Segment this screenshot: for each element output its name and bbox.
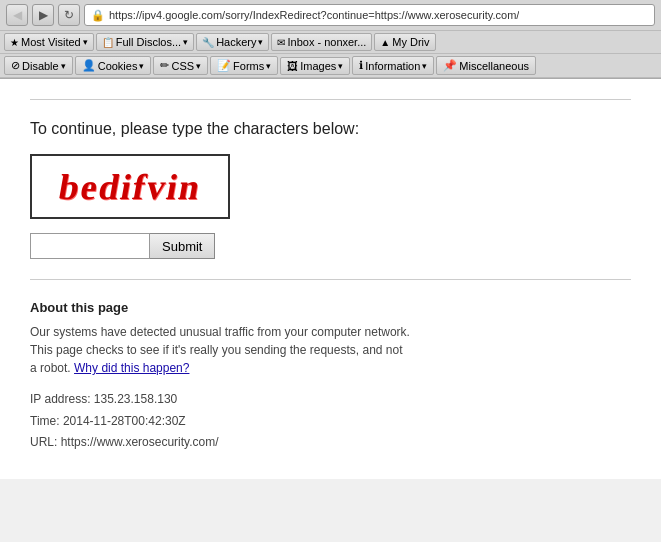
captcha-text: bedifvin [55, 166, 204, 208]
browser-chrome: ◀ ▶ ↻ 🔒 https://ipv4.google.com/sorry/In… [0, 0, 661, 79]
ip-row: IP address: 135.23.158.130 [30, 389, 631, 411]
captcha-image: bedifvin [30, 154, 230, 219]
url-value: https://www.xerosecurity.com/ [61, 435, 219, 449]
most-visited-chevron: ▾ [83, 37, 88, 47]
lock-icon: 🔒 [91, 9, 105, 22]
bookmark-hackery[interactable]: 🔧 Hackery ▾ [196, 33, 269, 51]
images-chevron: ▾ [338, 61, 343, 71]
images-label: Images [300, 60, 336, 72]
back-button[interactable]: ◀ [6, 4, 28, 26]
bookmark-my-drive[interactable]: ▲ My Driv [374, 33, 435, 51]
forms-tool[interactable]: 📝 Forms ▾ [210, 56, 278, 75]
bookmark-inbox-label: Inbox - nonxer... [287, 36, 366, 48]
hackery-chevron: ▾ [258, 37, 263, 47]
ip-label: IP address: [30, 392, 90, 406]
information-icon: ℹ [359, 59, 363, 72]
information-label: Information [365, 60, 420, 72]
disable-icon: ⊘ [11, 59, 20, 72]
bookmark-full-disclosure[interactable]: 📋 Full Disclos... ▾ [96, 33, 194, 51]
disable-label: Disable [22, 60, 59, 72]
my-drive-icon: ▲ [380, 37, 390, 48]
miscellaneous-icon: 📌 [443, 59, 457, 72]
forms-chevron: ▾ [266, 61, 271, 71]
css-chevron: ▾ [196, 61, 201, 71]
top-separator [30, 99, 631, 100]
cookies-icon: 👤 [82, 59, 96, 72]
refresh-button[interactable]: ↻ [58, 4, 80, 26]
cookies-chevron: ▾ [139, 61, 144, 71]
css-icon: ✏ [160, 59, 169, 72]
miscellaneous-tool[interactable]: 📌 Miscellaneous [436, 56, 536, 75]
ip-info: IP address: 135.23.158.130 Time: 2014-11… [30, 389, 631, 454]
main-prompt: To continue, please type the characters … [30, 120, 631, 138]
url-row: URL: https://www.xerosecurity.com/ [30, 432, 631, 454]
time-value: 2014-11-28T00:42:30Z [63, 414, 186, 428]
most-visited-icon: ★ [10, 37, 19, 48]
captcha-form: Submit [30, 233, 631, 259]
hackery-icon: 🔧 [202, 37, 214, 48]
bookmark-most-visited-label: Most Visited [21, 36, 81, 48]
cookies-label: Cookies [98, 60, 138, 72]
time-row: Time: 2014-11-28T00:42:30Z [30, 411, 631, 433]
full-disclosure-chevron: ▾ [183, 37, 188, 47]
disable-tool[interactable]: ⊘ Disable ▾ [4, 56, 73, 75]
information-tool[interactable]: ℹ Information ▾ [352, 56, 434, 75]
forward-button[interactable]: ▶ [32, 4, 54, 26]
full-disclosure-icon: 📋 [102, 37, 114, 48]
bookmark-my-drive-label: My Driv [392, 36, 429, 48]
images-icon: 🖼 [287, 60, 298, 72]
miscellaneous-label: Miscellaneous [459, 60, 529, 72]
bookmark-bar: ★ Most Visited ▾ 📋 Full Disclos... ▾ 🔧 H… [0, 31, 661, 54]
images-tool[interactable]: 🖼 Images ▾ [280, 57, 350, 75]
ip-value: 135.23.158.130 [94, 392, 177, 406]
cookies-tool[interactable]: 👤 Cookies ▾ [75, 56, 152, 75]
address-bar[interactable]: 🔒 https://ipv4.google.com/sorry/IndexRed… [84, 4, 655, 26]
bookmark-inbox[interactable]: ✉ Inbox - nonxer... [271, 33, 372, 51]
bookmark-hackery-label: Hackery [216, 36, 256, 48]
page-content: To continue, please type the characters … [0, 79, 661, 479]
about-section: About this page Our systems have detecte… [30, 300, 631, 454]
bookmark-most-visited[interactable]: ★ Most Visited ▾ [4, 33, 94, 51]
url-text: https://ipv4.google.com/sorry/IndexRedir… [109, 9, 519, 21]
submit-button[interactable]: Submit [150, 233, 215, 259]
bookmark-full-disclosure-label: Full Disclos... [116, 36, 181, 48]
forms-icon: 📝 [217, 59, 231, 72]
css-label: CSS [171, 60, 194, 72]
url-label: URL: [30, 435, 57, 449]
nav-bar: ◀ ▶ ↻ 🔒 https://ipv4.google.com/sorry/In… [0, 0, 661, 31]
web-toolbar: ⊘ Disable ▾ 👤 Cookies ▾ ✏ CSS ▾ 📝 Forms … [0, 54, 661, 78]
about-heading: About this page [30, 300, 631, 315]
about-text: Our systems have detected unusual traffi… [30, 323, 410, 377]
information-chevron: ▾ [422, 61, 427, 71]
disable-chevron: ▾ [61, 61, 66, 71]
inbox-icon: ✉ [277, 37, 285, 48]
time-label: Time: [30, 414, 60, 428]
css-tool[interactable]: ✏ CSS ▾ [153, 56, 208, 75]
why-link[interactable]: Why did this happen? [74, 361, 189, 375]
captcha-input[interactable] [30, 233, 150, 259]
forms-label: Forms [233, 60, 264, 72]
bottom-separator [30, 279, 631, 280]
